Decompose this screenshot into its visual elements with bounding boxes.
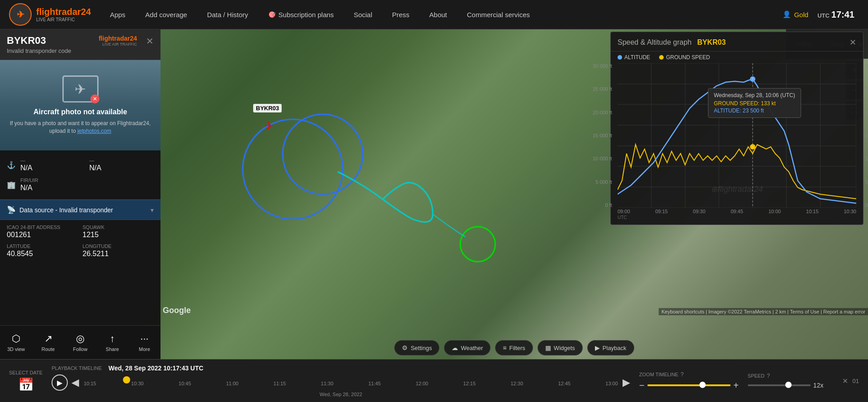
nav-item-about[interactable]: About: [420, 0, 457, 29]
follow-icon: ◎: [76, 333, 85, 345]
route-icon: ↗: [44, 333, 52, 345]
graph-time-axis: 09:00 09:15 09:30 09:45 10:00 10:15 10:3…: [611, 208, 863, 214]
nav-item-press[interactable]: Press: [382, 0, 419, 29]
keyboard-shortcuts-link[interactable]: Keyboard shortcuts: [661, 309, 704, 314]
nav-label2: —: [90, 158, 154, 163]
next-button[interactable]: ▶: [623, 377, 630, 388]
settings-icon: ⚙: [402, 344, 408, 351]
zoom-section: ZOOM TIMELINE ? − +: [639, 371, 739, 391]
legend-ground-speed: GROUND SPEED: [659, 54, 710, 61]
toolbar-share[interactable]: ↑ Share: [99, 333, 126, 352]
more-icon: ···: [140, 333, 148, 345]
graph-watermark: ⊕flightradar24: [711, 184, 763, 194]
lon-value: 26.5211: [83, 250, 154, 258]
google-logo: Google: [163, 306, 191, 315]
tooltip-altitude: ALTITUDE: 23 500 ft: [714, 108, 795, 114]
fir-value: N/A: [20, 184, 154, 192]
speed-thumb[interactable]: [785, 382, 792, 388]
lon-label: LONGITUDE: [83, 243, 154, 249]
speed-section: SPEED ? 12x: [748, 373, 829, 389]
speed-slider[interactable]: [748, 384, 811, 386]
report-link[interactable]: Report a map error: [823, 309, 865, 314]
icao-label: ICAO 24-BIT ADDRESS: [7, 224, 78, 230]
legend-altitude: ALTITUDE: [618, 54, 650, 61]
speed-help-icon[interactable]: ?: [767, 373, 770, 379]
altitude-dot: [618, 55, 622, 60]
logo-icon: ✈: [9, 3, 32, 26]
fir-label: FIR/UIR: [20, 178, 154, 183]
logo[interactable]: ✈ flightradar24 LIVE AIR TRAFFIC: [0, 3, 100, 26]
sidebar-close-button[interactable]: ✕: [146, 36, 154, 47]
photo-icon: ✈ ✕: [62, 75, 99, 103]
nav-data-section: ⚓ — N/A — N/A 🏢 FIR/UIR N/A: [0, 150, 160, 200]
zoom-minus-button[interactable]: −: [639, 380, 645, 391]
share-icon: ↑: [110, 333, 115, 345]
prev-button[interactable]: ◀: [71, 377, 79, 388]
toolbar-route[interactable]: ↗ Route: [35, 333, 62, 352]
filters-button[interactable]: ≡ Filters: [495, 340, 533, 355]
playback-section: PLAYBACK TIMELINE Wed, 28 Sep 2022 10:17…: [52, 365, 630, 397]
logo-sub: LIVE AIR TRAFFIC: [36, 17, 91, 22]
utc-time: UTC17:41: [817, 9, 854, 20]
toolbar-follow[interactable]: ◎ Follow: [67, 333, 94, 352]
data-source-icon: 📡: [7, 206, 16, 214]
graph-close-button[interactable]: ✕: [849, 37, 856, 47]
toolbar-3d-view[interactable]: ⬡ 3D view: [3, 333, 30, 352]
gold-account[interactable]: 👤 Gold: [783, 10, 808, 19]
playback-time: Wed, 28 Sep 2022 10:17:43 UTC: [108, 365, 203, 372]
nav-icon: ⚓: [7, 161, 16, 169]
nav-item-apps[interactable]: Apps: [100, 0, 135, 29]
data-source-button[interactable]: 📡 Data source - Invalid transponder ▾: [0, 200, 160, 220]
status-bar-buttons: ⚙ Settings ☁ Weather ≡ Filters ▦ Widgets…: [160, 337, 868, 359]
play-button[interactable]: ▶: [52, 374, 68, 391]
graph-legend: ALTITUDE GROUND SPEED: [611, 51, 863, 63]
graph-callsign: BYKR03: [697, 38, 726, 46]
3d-view-icon: ⬡: [12, 333, 20, 345]
toolbar-more[interactable]: ··· More: [131, 333, 158, 352]
graph-utc-label: UTC: [611, 215, 863, 220]
timeline-close-button[interactable]: ×: [843, 376, 848, 386]
playback-icon: ▶: [595, 344, 600, 351]
top-navigation: ✈ flightradar24 LIVE AIR TRAFFIC Apps Ad…: [0, 0, 868, 29]
map-attribution: Keyboard shortcuts | Imagery ©2022 Terra…: [659, 308, 868, 315]
zoom-help-icon[interactable]: ?: [680, 371, 684, 378]
nav-item-commercial[interactable]: Commercial services: [457, 0, 540, 29]
nav-item-social[interactable]: Social: [344, 0, 382, 29]
nav-item-data-history[interactable]: Data / History: [197, 0, 258, 29]
photo-upload-text: If you have a photo and want it to appea…: [0, 120, 160, 135]
playback-button[interactable]: ▶ Playback: [587, 340, 634, 355]
tooltip-ground-speed: GROUND SPEED: 133 kt: [714, 100, 795, 107]
nav-label1: —: [20, 158, 85, 163]
sidebar-logo-sub: LIVE AIR TRAFFIC: [102, 42, 137, 47]
sidebar-logo-brand: flightradar24: [99, 35, 137, 42]
zoom-label: ZOOM TIMELINE: [639, 372, 679, 377]
graph-area: 30 000 ft 25 000 ft 20 000 ft 15 000 ft …: [618, 63, 856, 208]
nav-item-subscription[interactable]: 🎯 Subscription plans: [258, 0, 344, 29]
photo-unavailable-icon: ✕: [90, 94, 99, 103]
nav-item-add-coverage[interactable]: Add coverage: [135, 0, 197, 29]
y-axis-right: 300 kt 250 kt 200 kt 150 kt 100 kt 50 kt…: [865, 63, 868, 208]
zoom-thumb[interactable]: [699, 382, 706, 388]
weather-button[interactable]: ☁ Weather: [444, 340, 491, 355]
timeline-date-sub: Wed, Sep 28, 2022: [52, 392, 630, 397]
terms-link[interactable]: Terms of Use: [790, 309, 819, 314]
squawk-label: SQUAWK: [83, 224, 154, 230]
nav-items: Apps Add coverage Data / History 🎯 Subsc…: [100, 0, 783, 29]
settings-button[interactable]: ⚙ Settings: [394, 340, 439, 355]
speed-label: SPEED: [748, 373, 764, 379]
zoom-slider[interactable]: [647, 384, 731, 386]
squawk-value: 1215: [83, 231, 154, 239]
nav-right: 👤 Gold UTC17:41: [783, 9, 868, 20]
nav-value2: N/A: [90, 164, 154, 172]
select-date-section: SELECT DATE 📅: [9, 370, 42, 392]
filters-icon: ≡: [503, 344, 506, 351]
zoom-plus-button[interactable]: +: [733, 380, 739, 391]
lat-label: LATITUDE: [7, 243, 78, 249]
jetphotos-link[interactable]: jetphotos.com: [77, 128, 111, 134]
widgets-button[interactable]: ▦ Widgets: [538, 340, 583, 355]
timeline-thumb[interactable]: [123, 376, 130, 383]
subscription-icon: 🎯: [268, 11, 276, 18]
user-icon: 👤: [783, 10, 791, 19]
calendar-icon[interactable]: 📅: [18, 377, 34, 392]
scale-indicator: 2 km: [775, 309, 786, 314]
